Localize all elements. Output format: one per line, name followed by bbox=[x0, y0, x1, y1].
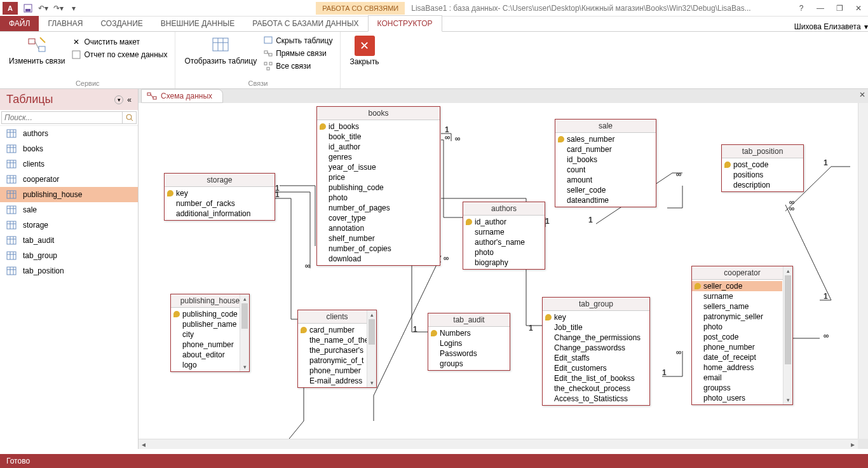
field-Access_to_Statisticss[interactable]: Access_to_Statisticss bbox=[543, 394, 649, 404]
nav-menu-icon[interactable]: ▾ bbox=[114, 95, 123, 104]
field-key[interactable]: key bbox=[543, 312, 649, 322]
field-additional_information[interactable]: additional_information bbox=[165, 209, 275, 219]
nav-header[interactable]: Таблицы ▾« bbox=[0, 89, 138, 110]
field-post_code[interactable]: post_code bbox=[692, 332, 782, 342]
field-city[interactable]: city bbox=[171, 329, 239, 340]
field-Edit_customers[interactable]: Edit_customers bbox=[543, 363, 649, 373]
tab-file[interactable]: ФАЙЛ bbox=[0, 16, 39, 31]
search-input[interactable] bbox=[1, 111, 123, 124]
help-icon[interactable]: ? bbox=[792, 0, 811, 17]
field-Passwords[interactable]: Passwords bbox=[428, 348, 510, 359]
redo-icon[interactable]: ↷▾ bbox=[53, 3, 64, 14]
field-surname[interactable]: surname bbox=[463, 227, 545, 237]
field-patronymic_of_t[interactable]: patronymic_of_t bbox=[298, 355, 366, 366]
tab-home[interactable]: ГЛАВНАЯ bbox=[39, 16, 92, 31]
nav-item-tab_audit[interactable]: tab_audit bbox=[0, 233, 138, 248]
nav-item-publishing_house[interactable]: publishing_house bbox=[0, 187, 138, 202]
field-publishing_code[interactable]: publishing_code bbox=[317, 182, 440, 193]
field-amount[interactable]: amount bbox=[555, 175, 656, 185]
user-area[interactable]: Шихова Елизавета ▾ bbox=[794, 22, 868, 31]
schema-table-authors[interactable]: authors id_authorsurnameauthor's_namepho… bbox=[463, 202, 545, 270]
close-button[interactable]: ✕ Закрыть bbox=[346, 33, 383, 69]
all-relationships-button[interactable]: Все связи bbox=[261, 60, 335, 72]
field-book_title[interactable]: book_title bbox=[317, 132, 440, 142]
close-window-button[interactable]: ✕ bbox=[849, 0, 868, 17]
document-tab[interactable]: Схема данных bbox=[141, 89, 223, 103]
field-number_of_racks[interactable]: number_of_racks bbox=[165, 198, 275, 209]
search-icon[interactable] bbox=[123, 111, 137, 124]
table-scrollbar[interactable]: ▴▾ bbox=[367, 310, 376, 387]
field-Edit_the_list_of_bookss[interactable]: Edit_the_list_of_bookss bbox=[543, 373, 649, 383]
nav-item-clients[interactable]: clients bbox=[0, 156, 138, 172]
field-E-mail_address[interactable]: E-mail_address bbox=[298, 376, 366, 386]
field-cover_type[interactable]: cover_type bbox=[317, 213, 440, 223]
field-logo[interactable]: logo bbox=[171, 360, 239, 370]
edit-relationships-button[interactable]: Изменить связи bbox=[5, 33, 69, 76]
save-icon[interactable] bbox=[22, 3, 34, 14]
field-phone_number[interactable]: phone_number bbox=[298, 366, 366, 376]
schema-table-cooperator[interactable]: cooperator seller_codesurnamesellers_nam… bbox=[691, 266, 793, 405]
field-annotation[interactable]: annotation bbox=[317, 223, 440, 233]
field-the_purchaser's[interactable]: the_purchaser's bbox=[298, 345, 366, 355]
field-photo[interactable]: photo bbox=[317, 193, 440, 203]
field-card_number[interactable]: card_number bbox=[298, 325, 366, 335]
field-the_name_of_the[interactable]: the_name_of_the bbox=[298, 335, 366, 345]
field-the_checkout_process[interactable]: the_checkout_process bbox=[543, 383, 649, 394]
undo-icon[interactable]: ↶▾ bbox=[37, 3, 49, 14]
field-number_of_copies[interactable]: number_of_copies bbox=[317, 244, 440, 254]
schema-table-publishing-house[interactable]: publishing_house publishing_codepublishe… bbox=[170, 294, 250, 372]
field-Edit_staffs[interactable]: Edit_staffs bbox=[543, 353, 649, 363]
nav-item-tab_position[interactable]: tab_position bbox=[0, 263, 138, 279]
field-seller_code[interactable]: seller_code bbox=[692, 281, 782, 291]
field-id_books[interactable]: id_books bbox=[555, 155, 656, 165]
field-photo[interactable]: photo bbox=[692, 322, 782, 332]
tab-database-tools[interactable]: РАБОТА С БАЗАМИ ДАННЫХ bbox=[243, 16, 367, 31]
field-phone_number[interactable]: phone_number bbox=[171, 340, 239, 350]
field-sellers_name[interactable]: sellers_name bbox=[692, 301, 782, 312]
hide-table-button[interactable]: Скрыть таблицу bbox=[261, 34, 335, 47]
field-photo[interactable]: photo bbox=[463, 247, 545, 258]
field-post_code[interactable]: post_code bbox=[722, 160, 803, 170]
qat-customize-icon[interactable]: ▾ bbox=[68, 3, 79, 14]
collapse-nav-icon[interactable]: « bbox=[127, 95, 132, 104]
schema-table-sale[interactable]: sale sales_numbercard_numberid_bookscoun… bbox=[555, 119, 656, 207]
field-download[interactable]: download bbox=[317, 254, 440, 264]
schema-table-clients[interactable]: clients card_numberthe_name_of_thethe_pu… bbox=[297, 310, 377, 388]
schema-table-storage[interactable]: storage keynumber_of_racksadditional_inf… bbox=[164, 173, 275, 221]
field-patronymic_seller[interactable]: patronymic_seller bbox=[692, 312, 782, 322]
field-year_of_issue[interactable]: year_of_issue bbox=[317, 162, 440, 172]
nav-item-cooperator[interactable]: cooperator bbox=[0, 172, 138, 187]
nav-item-tab_group[interactable]: tab_group bbox=[0, 248, 138, 263]
show-table-button[interactable]: Отобразить таблицу bbox=[180, 33, 261, 76]
field-home_address[interactable]: home_address bbox=[692, 362, 782, 373]
horizontal-scrollbar[interactable]: ◂▸ bbox=[139, 439, 858, 449]
field-email[interactable]: email bbox=[692, 373, 782, 383]
field-surname[interactable]: surname bbox=[692, 291, 782, 301]
field-number_of_pages[interactable]: number_of_pages bbox=[317, 203, 440, 213]
field-count[interactable]: count bbox=[555, 165, 656, 175]
tab-external-data[interactable]: ВНЕШНИЕ ДАННЫЕ bbox=[152, 16, 243, 31]
schema-table-tab-position[interactable]: tab_position post_codepositionsdescripti… bbox=[721, 144, 804, 192]
minimize-button[interactable]: — bbox=[811, 0, 830, 17]
field-positions[interactable]: positions bbox=[722, 170, 803, 180]
field-biography[interactable]: biography bbox=[463, 258, 545, 268]
schema-table-tab-audit[interactable]: tab_audit NumbersLoginsPasswordsgroups bbox=[428, 313, 510, 371]
nav-item-storage[interactable]: storage bbox=[0, 217, 138, 233]
restore-button[interactable]: ❐ bbox=[830, 0, 849, 17]
field-genres[interactable]: genres bbox=[317, 152, 440, 162]
field-about_editor[interactable]: about_editor bbox=[171, 350, 239, 360]
nav-item-books[interactable]: books bbox=[0, 141, 138, 156]
field-sales_number[interactable]: sales_number bbox=[555, 134, 656, 144]
field-shelf_number[interactable]: shelf_number bbox=[317, 233, 440, 244]
schema-table-tab-group[interactable]: tab_group keyJob_titleChange_the_permiss… bbox=[542, 297, 650, 406]
field-photo_users[interactable]: photo_users bbox=[692, 393, 782, 403]
field-Change_the_permissions[interactable]: Change_the_permissions bbox=[543, 333, 649, 343]
field-Change_passwordss[interactable]: Change_passwordss bbox=[543, 343, 649, 353]
field-Numbers[interactable]: Numbers bbox=[428, 328, 510, 338]
field-author's_name[interactable]: author's_name bbox=[463, 237, 545, 247]
field-id_author[interactable]: id_author bbox=[317, 142, 440, 152]
field-publishing_code[interactable]: publishing_code bbox=[171, 309, 239, 319]
nav-item-authors[interactable]: authors bbox=[0, 126, 138, 141]
schema-table-books[interactable]: books id_booksbook_titleid_authorgenresy… bbox=[316, 106, 440, 266]
table-scrollbar[interactable]: ▴▾ bbox=[240, 294, 249, 371]
